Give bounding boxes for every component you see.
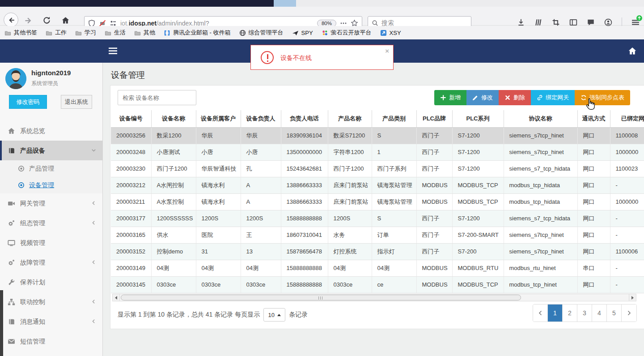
downloads-icon[interactable]	[517, 18, 525, 26]
table-cell: A	[241, 177, 281, 193]
table-cell: 王	[241, 227, 281, 243]
table-cell: 200003211	[111, 193, 151, 210]
sidebar-item-products-devices[interactable]: 产品设备	[0, 141, 102, 160]
screenshot-icon[interactable]	[552, 18, 560, 26]
bookmark-folder[interactable]: 其他书签	[4, 29, 37, 37]
avatar[interactable]	[5, 68, 26, 89]
menu-button[interactable]	[631, 18, 640, 26]
bookmark-label: 腾讯企业邮箱 - 收件箱	[173, 29, 231, 37]
add-button[interactable]: 新增	[434, 90, 466, 105]
next-page-button[interactable]	[622, 305, 636, 322]
home-button[interactable]	[61, 16, 70, 25]
bookmark-label: XSY	[390, 30, 401, 36]
page-button-2[interactable]: 2	[563, 305, 577, 322]
table-row[interactable]: 200003230西门子1200华辰智通科技孔15243642681西门子120…	[111, 160, 644, 177]
bookmark-item[interactable]: 腾讯企业邮箱 - 收件箱	[164, 29, 231, 37]
bookmark-label: SPY	[301, 30, 313, 36]
sidebar: hignton2019 系统管理员 修改密码 退出系统 系统总览 产品设备 产品…	[0, 63, 103, 356]
table-row[interactable]: 200003248小唐测试小唐小唐13500000000字符串12001西门子S…	[111, 144, 644, 160]
table-row[interactable]: 200003152控制demo311315878656478灯控系统指示灯西门子…	[111, 243, 644, 260]
table-cell: siemens_s7tcp_hinet	[504, 243, 577, 260]
alert-message: 设备不在线	[280, 54, 312, 62]
chevron-left-icon	[91, 299, 97, 305]
bookmark-folder[interactable]: 其他	[134, 29, 155, 37]
sidebars-icon[interactable]	[569, 18, 577, 26]
table-cell: 控制demo	[151, 243, 196, 260]
sidebar-item-message-notification[interactable]: 消息通知	[0, 312, 102, 331]
bookmark-folder[interactable]: 生活	[105, 29, 126, 37]
forward-button[interactable]	[24, 16, 33, 25]
folder-icon	[105, 30, 111, 36]
scroll-right-button[interactable]	[629, 294, 636, 301]
table-row[interactable]: 2000031771200SSSSSS1200S1200S15888888888…	[111, 210, 644, 227]
reload-button[interactable]	[42, 16, 51, 25]
table-row[interactable]: 200003165供水医院王18607310041水务订单西门子S7-200-S…	[111, 227, 644, 243]
bookmark-item[interactable]: XSY	[380, 30, 401, 36]
device-search-input[interactable]	[118, 90, 196, 105]
sidebar-item-configuration-management[interactable]: 组态管理	[0, 213, 102, 233]
table-cell: 指示灯	[372, 243, 416, 260]
table-row[interactable]: 2000031450303ce0303ce0303ce1588888888803…	[111, 276, 644, 293]
page-button-5[interactable]: 5	[607, 305, 622, 322]
alert-close-button[interactable]: ×	[385, 47, 389, 54]
vertical-scrollbar[interactable]	[0, 290, 3, 356]
sidebar-item-label: 消息通知	[20, 312, 45, 331]
logout-button[interactable]: 退出系统	[61, 95, 92, 109]
page-button-3[interactable]: 3	[577, 305, 592, 322]
sidebar-item-gateway-management[interactable]: 网关管理	[0, 193, 102, 213]
table-row[interactable]: 200003212A水闸控制镇海水利A13886663333庶来门前泵站镇海泵站…	[111, 177, 644, 193]
prev-page-button[interactable]	[533, 305, 548, 322]
bind-gateway-button[interactable]: 绑定网关	[531, 90, 575, 105]
sidebar-item-device-management[interactable]: 设备管理	[0, 177, 102, 193]
chat-bubble-icon[interactable]	[587, 18, 595, 26]
table-cell: 13886663333	[281, 193, 328, 210]
table-cell: -	[610, 210, 644, 227]
table-cell: -	[610, 177, 644, 193]
monitor-icon	[8, 239, 15, 247]
horizontal-scrollbar[interactable]	[112, 294, 636, 301]
sidebar-item-video-management[interactable]: 视频管理	[0, 233, 102, 253]
bookmark-label: 生活	[114, 29, 126, 37]
sidebar-item-sms-management[interactable]: 短信管理	[0, 331, 102, 351]
account-icon[interactable]	[604, 18, 612, 26]
app-home-icon[interactable]	[628, 47, 637, 56]
force-sync-button[interactable]: 强制同步点表	[575, 90, 630, 105]
page-button-1[interactable]: 1	[548, 305, 563, 322]
bookmark-folder[interactable]: 工作	[46, 29, 67, 37]
folder-icon	[134, 30, 141, 36]
update-available-badge	[636, 15, 642, 21]
table-cell: MODBUS	[416, 177, 452, 193]
sidebar-toggle-icon[interactable]	[109, 47, 117, 55]
sidebar-item-maintenance-plan[interactable]: 保养计划	[0, 272, 102, 292]
button-label: 新增	[449, 94, 461, 102]
forward-arrow-icon	[24, 16, 33, 25]
table-row[interactable]: 20000314904测04测04测1588888888804测04测MODBU…	[111, 260, 644, 276]
edit-button[interactable]: 修改	[466, 90, 499, 105]
bookmark-item[interactable]: 萤石云开放平台	[322, 29, 372, 37]
button-label: 绑定网关	[546, 94, 569, 102]
library-icon[interactable]	[534, 18, 542, 26]
up-arrow-icon	[637, 16, 641, 20]
sidebar-menu: 系统总览 产品设备 产品管理 设备管理 网关管理 组态管理 视频管理	[0, 121, 102, 351]
table-row[interactable]: 200003211A水泵控制镇海水利A13886663333庶来门前泵站镇海泵站…	[111, 193, 644, 210]
scrollbar-thumb[interactable]	[121, 295, 521, 300]
table-cell: 0303ce	[151, 276, 196, 293]
sidebar-item-overview[interactable]: 系统总览	[0, 121, 102, 141]
delete-button[interactable]: 删除	[499, 90, 531, 105]
scroll-left-button[interactable]	[113, 294, 120, 301]
table-row[interactable]: 200003256数采1200华辰华辰18390936104数采S71200S西…	[111, 127, 644, 144]
sidebar-item-linkage-control[interactable]: 联动控制	[0, 292, 102, 312]
sidebar-item-label: 视频管理	[20, 233, 45, 253]
sidebar-item-fault-management[interactable]: 故障管理	[0, 253, 102, 272]
back-button[interactable]	[4, 13, 18, 27]
bookmark-item[interactable]: 综合管理平台	[239, 29, 284, 37]
table-cell: -	[610, 276, 644, 293]
browser-tab[interactable]	[274, 0, 296, 7]
table-cell: 200003256	[111, 127, 151, 144]
bookmark-item[interactable]: SPY	[292, 30, 313, 36]
change-password-button[interactable]: 修改密码	[9, 95, 47, 109]
page-size-select[interactable]: 10	[263, 308, 285, 322]
sidebar-item-product-management[interactable]: 产品管理	[0, 160, 102, 177]
page-button-4[interactable]: 4	[592, 305, 607, 322]
bookmark-folder[interactable]: 学习	[75, 29, 96, 37]
